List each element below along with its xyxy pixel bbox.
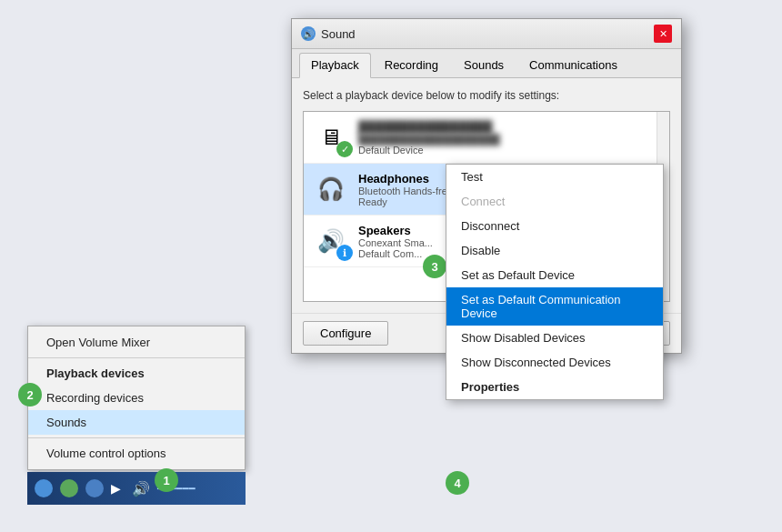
menu-item-open-volume-mixer[interactable]: Open Volume Mixer: [28, 330, 245, 355]
dialog-titlebar: 🔊 Sound ✕: [292, 19, 681, 49]
ctx-test[interactable]: Test: [446, 165, 663, 189]
menu-item-playback-devices[interactable]: Playback devices: [28, 361, 245, 386]
taskbar-dot-1: [35, 479, 53, 497]
device-info-default: ████████████████ ████████████████████ De…: [358, 120, 500, 156]
menu-divider-1: [28, 357, 245, 358]
ctx-set-default[interactable]: Set as Default Device: [446, 263, 663, 287]
device-info-speakers: Speakers Conexant Sma... Default Com...: [358, 224, 433, 259]
taskbar-context-menu: Open Volume Mixer Playback devices Recor…: [27, 326, 246, 470]
taskbar-dot-3: [85, 479, 104, 497]
ctx-show-disconnected[interactable]: Show Disconnected Devices: [446, 350, 663, 375]
tab-recording[interactable]: Recording: [373, 53, 450, 77]
ctx-show-disabled[interactable]: Show Disabled Devices: [446, 326, 663, 350]
device-status-default: Default Device: [358, 145, 500, 156]
device-name-default: ████████████████: [358, 120, 500, 134]
device-context-menu: Test Connect Disconnect Disable Set as D…: [446, 164, 664, 400]
taskbar-strip: ▶ 🔊 ━━━━━━: [27, 472, 246, 505]
dialog-title-text: Sound: [321, 27, 356, 41]
taskbar-speaker-icon: 🔊: [132, 480, 150, 497]
taskbar-arrow-icon: ▶: [111, 481, 121, 496]
ctx-set-default-comm[interactable]: Set as Default Communication Device: [446, 287, 663, 326]
step-badge-2: 2: [18, 383, 42, 407]
ctx-disable[interactable]: Disable: [446, 238, 663, 263]
dialog-title-left: 🔊 Sound: [301, 26, 356, 41]
device-name-speakers: Speakers: [358, 224, 433, 237]
device-check-blue: ℹ: [336, 245, 353, 261]
menu-item-sounds[interactable]: Sounds: [28, 410, 245, 435]
device-sub-speakers: Conexant Sma...: [358, 237, 433, 248]
close-icon: ✕: [659, 28, 667, 40]
configure-button[interactable]: Configure: [303, 321, 388, 346]
sound-dialog-icon: 🔊: [301, 26, 316, 41]
menu-divider-2: [28, 437, 245, 438]
menu-item-recording-devices[interactable]: Recording devices: [28, 386, 245, 410]
device-sub-default: ████████████████████: [358, 134, 500, 145]
device-icon-headphones: 🎧: [313, 171, 349, 207]
dialog-instruction: Select a playback device below to modify…: [303, 89, 670, 102]
ctx-disconnect[interactable]: Disconnect: [446, 214, 663, 238]
ctx-properties[interactable]: Properties: [446, 375, 663, 399]
tab-playback[interactable]: Playback: [299, 53, 371, 78]
tab-sounds[interactable]: Sounds: [452, 53, 516, 77]
step-badge-3: 3: [423, 255, 446, 278]
step-badge-4: 4: [446, 471, 469, 495]
dialog-tabs: Playback Recording Sounds Communications: [292, 49, 681, 78]
dialog-close-button[interactable]: ✕: [654, 25, 672, 43]
step-badge-1: 1: [155, 468, 178, 492]
ctx-connect: Connect: [446, 189, 663, 214]
taskbar-area: Open Volume Mixer Playback devices Recor…: [27, 326, 246, 505]
device-item-default[interactable]: 🖥 ████████████████ ████████████████████ …: [304, 112, 669, 164]
menu-item-volume-control[interactable]: Volume control options: [28, 441, 245, 466]
taskbar-dot-2: [60, 479, 78, 497]
device-check-green: ✓: [336, 141, 353, 157]
tab-communications[interactable]: Communications: [517, 53, 629, 77]
device-status-speakers: Default Com...: [358, 248, 433, 259]
